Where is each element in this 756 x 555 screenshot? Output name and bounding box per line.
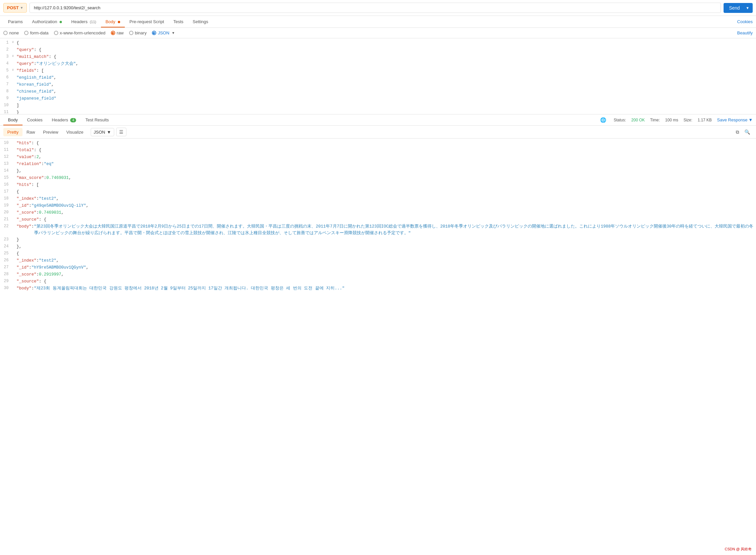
tab-settings[interactable]: Settings bbox=[188, 16, 213, 28]
filter-button[interactable]: ☰ bbox=[116, 128, 126, 136]
response-line: 12 "value": 2, bbox=[0, 154, 756, 161]
response-line: 20 "_score": 0.7469031, bbox=[0, 209, 756, 216]
method-select[interactable]: POST ▼ bbox=[3, 3, 27, 12]
response-line: 21 "_source": { bbox=[0, 216, 756, 223]
resp-tab-headers-label: Headers bbox=[52, 117, 68, 122]
binary-label: binary bbox=[135, 31, 147, 35]
beautify-button[interactable]: Beautify bbox=[737, 31, 753, 35]
response-line: 23 } bbox=[0, 237, 756, 244]
tab-body[interactable]: Body bbox=[101, 16, 125, 28]
code-token: , bbox=[86, 264, 89, 271]
code-token: : bbox=[32, 223, 34, 230]
tab-params[interactable]: Params bbox=[3, 16, 28, 28]
code-token: { bbox=[16, 40, 19, 46]
body-type-binary[interactable]: binary bbox=[129, 31, 147, 35]
send-chevron-icon: ▼ bbox=[743, 6, 753, 10]
code-token: } bbox=[16, 109, 19, 115]
code-token: , bbox=[76, 60, 78, 67]
code-token: : { bbox=[39, 278, 47, 285]
tab-authorization[interactable]: Authorization bbox=[28, 16, 67, 28]
code-token: : bbox=[36, 271, 39, 278]
collapse-icon[interactable]: ∨ bbox=[12, 68, 16, 73]
code-token: : bbox=[36, 196, 39, 202]
code-token: "_score" bbox=[16, 209, 36, 216]
code-token: : bbox=[41, 161, 44, 167]
code-token: }, bbox=[16, 168, 22, 174]
tab-headers[interactable]: Headers (11) bbox=[67, 16, 101, 28]
tab-body-label: Body bbox=[106, 19, 116, 24]
tab-headers-label: Headers bbox=[71, 19, 87, 24]
line-number: 25 bbox=[0, 250, 12, 257]
response-tabs-row: Body Cookies Headers 4 Test Results 🌐 St… bbox=[0, 115, 756, 126]
response-line: 28 "_score": 0.2919997, bbox=[0, 271, 756, 278]
resp-tab-headers[interactable]: Headers 4 bbox=[47, 115, 81, 125]
code-token: , bbox=[56, 196, 59, 202]
view-tab-pretty[interactable]: Pretty bbox=[3, 128, 23, 136]
line-number: 16 bbox=[0, 181, 12, 188]
line-number: 30 bbox=[0, 285, 12, 291]
save-response-chevron-icon: ▼ bbox=[748, 117, 753, 122]
resp-tab-test-results[interactable]: Test Results bbox=[81, 115, 114, 125]
body-type-urlencoded[interactable]: x-www-form-urlencoded bbox=[54, 31, 106, 35]
save-response-button[interactable]: Save Response ▼ bbox=[717, 117, 753, 122]
code-token: "chinese_field" bbox=[16, 88, 54, 95]
body-type-none[interactable]: none bbox=[3, 31, 19, 35]
json-selector-chevron-icon: ▼ bbox=[107, 130, 111, 135]
response-json-selector[interactable]: JSON ▼ bbox=[91, 128, 114, 136]
collapse-icon[interactable]: ∨ bbox=[12, 40, 16, 45]
code-token: "オリンピック大会" bbox=[36, 60, 76, 67]
code-token: : bbox=[36, 257, 39, 264]
request-body-editor[interactable]: 1∨{2 "query": {3∨ "multi_match": {4 "que… bbox=[0, 38, 756, 115]
view-tab-raw[interactable]: Raw bbox=[23, 128, 39, 136]
code-token: "_source" bbox=[16, 216, 39, 223]
code-token: , bbox=[51, 81, 54, 88]
code-token: }, bbox=[16, 244, 22, 250]
code-token: , bbox=[86, 203, 89, 209]
code-token: { bbox=[16, 250, 19, 257]
response-line: 14 }, bbox=[0, 168, 756, 175]
send-button[interactable]: Send ▼ bbox=[724, 3, 753, 13]
code-token: , bbox=[61, 209, 64, 216]
json-chevron-icon: ▼ bbox=[172, 31, 175, 35]
view-tab-preview[interactable]: Preview bbox=[39, 128, 62, 136]
json-radio-inner bbox=[153, 32, 155, 34]
view-tab-visualize[interactable]: Visualize bbox=[62, 128, 87, 136]
size-value: 1.17 KB bbox=[698, 118, 712, 122]
send-label: Send bbox=[729, 5, 743, 11]
copy-button[interactable]: ⧉ bbox=[733, 128, 742, 136]
response-line: 26 "_index": "test2", bbox=[0, 257, 756, 264]
headers-badge: 4 bbox=[70, 118, 76, 122]
line-number: 12 bbox=[0, 154, 12, 160]
url-input[interactable] bbox=[30, 3, 721, 13]
body-type-raw[interactable]: raw bbox=[111, 31, 124, 35]
tab-settings-label: Settings bbox=[193, 19, 208, 24]
code-token: "english_field" bbox=[16, 75, 54, 81]
code-token: : bbox=[34, 154, 37, 160]
code-token: : bbox=[44, 175, 47, 181]
code-token: "_id" bbox=[16, 203, 29, 209]
body-type-form-data[interactable]: form-data bbox=[24, 31, 49, 35]
line-number: 8 bbox=[0, 88, 12, 95]
resp-tab-body[interactable]: Body bbox=[3, 115, 23, 125]
json-format-selector[interactable]: JSON ▼ bbox=[152, 31, 175, 35]
request-line: 4 "query": "オリンピック大会", bbox=[0, 60, 756, 68]
code-token: "total" bbox=[16, 147, 34, 154]
collapse-icon[interactable]: ∨ bbox=[12, 53, 16, 59]
tab-pre-request[interactable]: Pre-request Script bbox=[125, 16, 169, 28]
line-number: 19 bbox=[0, 203, 12, 209]
response-line: 16 "hits": [ bbox=[0, 181, 756, 188]
search-response-button[interactable]: 🔍 bbox=[742, 128, 753, 136]
tab-tests[interactable]: Tests bbox=[169, 16, 188, 28]
form-data-label: form-data bbox=[30, 31, 49, 35]
code-token: { bbox=[16, 188, 19, 195]
code-token: "_index" bbox=[16, 257, 36, 264]
code-token: , bbox=[56, 257, 59, 264]
authorization-dot bbox=[59, 21, 62, 23]
resp-tab-cookies[interactable]: Cookies bbox=[23, 115, 47, 125]
body-dot bbox=[118, 21, 120, 23]
cookies-link[interactable]: Cookies bbox=[737, 19, 753, 24]
code-token: : { bbox=[49, 53, 56, 60]
time-value: 100 ms bbox=[665, 118, 678, 122]
response-line: 13 "relation": "eq" bbox=[0, 161, 756, 168]
raw-radio-circle bbox=[111, 31, 115, 35]
